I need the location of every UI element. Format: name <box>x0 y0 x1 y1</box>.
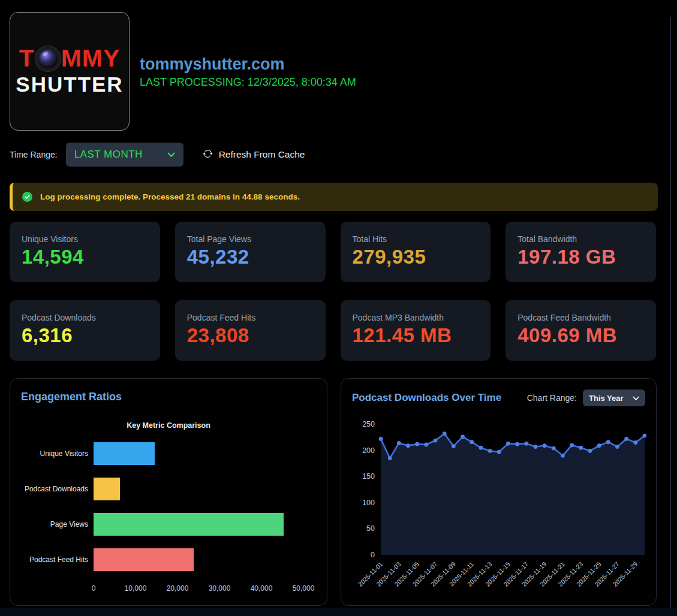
x-axis-tick-label: 20,000 <box>167 584 189 593</box>
stat-value: 121.45 MB <box>353 324 479 348</box>
bar-chart-x-axis: 010,00020,00030,00040,00050,000 <box>94 584 303 595</box>
stat-card-podcast-downloads: Podcast Downloads 6,316 <box>10 300 160 361</box>
data-point <box>570 443 574 447</box>
stat-label: Podcast Feed Hits <box>187 313 314 322</box>
data-point <box>588 449 592 453</box>
data-point <box>552 446 556 451</box>
bar-category-label: Unique Visitors <box>21 449 94 458</box>
time-range-label: Time Range: <box>10 150 58 159</box>
data-point <box>434 439 438 443</box>
data-point <box>470 440 474 444</box>
logo-word-tommy: TMMY <box>19 46 121 71</box>
data-point <box>388 456 392 460</box>
line-chart: 0501001502002502025-11-012025-11-032025-… <box>352 412 645 596</box>
data-point <box>397 441 401 445</box>
data-point <box>524 442 528 446</box>
stat-label: Total Hits <box>353 234 479 244</box>
controls-row: Time Range: LAST MONTH Refresh From Cach… <box>0 131 677 167</box>
stat-value: 6,316 <box>22 324 148 348</box>
stat-label: Unique Visitors <box>22 234 148 244</box>
y-axis-tick-label: 0 <box>371 551 375 559</box>
data-point <box>543 443 547 448</box>
stat-label: Total Page Views <box>187 234 314 244</box>
stat-card-podcast-mp3-bandwidth: Podcast MP3 Bandwidth 121.45 MB <box>341 300 491 361</box>
data-point <box>479 446 483 450</box>
bar-track <box>94 548 303 571</box>
stat-card-podcast-feed-bandwidth: Podcast Feed Bandwidth 409.69 MB <box>506 300 656 361</box>
bar-row: Unique Visitors <box>21 442 316 465</box>
data-point <box>606 440 610 444</box>
bar-category-label: Podcast Feed Hits <box>21 555 94 564</box>
bar-chart: Unique VisitorsPodcast DownloadsPage Vie… <box>21 442 316 571</box>
refresh-from-cache-button[interactable]: Refresh From Cache <box>203 149 305 161</box>
data-point <box>515 442 519 446</box>
podcast-downloads-panel: Podcast Downloads Over Time Chart Range:… <box>341 378 657 606</box>
engagement-ratios-panel: Engagement Ratios Key Metric Comparison … <box>10 378 327 606</box>
downloads-panel-title: Podcast Downloads Over Time <box>352 392 501 404</box>
stat-value: 45,232 <box>187 245 314 269</box>
stat-label: Total Bandwidth <box>517 234 644 244</box>
y-axis-tick-label: 100 <box>362 499 375 507</box>
check-circle-icon <box>22 192 32 202</box>
chart-range-label: Chart Range: <box>527 393 577 403</box>
data-point <box>461 435 465 439</box>
stat-card-total-hits: Total Hits 279,935 <box>341 222 491 282</box>
stat-value: 197.18 GB <box>517 245 644 269</box>
y-axis-tick-label: 250 <box>362 420 375 428</box>
bar <box>94 513 284 536</box>
bar-chart-title: Key Metric Comparison <box>21 421 316 430</box>
camera-lens-icon <box>35 46 61 71</box>
stat-card-total-page-views: Total Page Views 45,232 <box>175 222 326 282</box>
bar-category-label: Podcast Downloads <box>21 485 94 493</box>
data-point <box>579 446 583 450</box>
chart-range-select[interactable]: This Year <box>583 389 645 406</box>
y-axis-tick-label: 150 <box>362 472 375 481</box>
data-point <box>506 442 510 446</box>
site-title: tommyshutter.com <box>140 55 356 74</box>
logo-text: MMY <box>61 46 121 71</box>
data-point <box>415 442 419 446</box>
data-point <box>615 445 619 449</box>
time-range-select[interactable]: LAST MONTH <box>66 143 183 167</box>
chevron-down-icon <box>167 149 175 160</box>
bar-track <box>94 513 303 536</box>
bar-category-label: Page Views <box>21 520 94 529</box>
x-axis-tick-label: 0 <box>92 584 96 593</box>
success-alert: Log processing complete. Processed 21 do… <box>10 183 658 211</box>
x-axis-tick-label: 40,000 <box>251 584 273 593</box>
header: TMMY SHUTTER tommyshutter.com LAST PROCE… <box>0 0 677 131</box>
data-point <box>452 444 456 448</box>
logo-word-shutter: SHUTTER <box>16 73 123 96</box>
data-point <box>443 431 447 436</box>
stat-card-unique-visitors: Unique Visitors 14,594 <box>10 222 160 282</box>
bar-row: Podcast Downloads <box>21 478 316 500</box>
engagement-panel-title: Engagement Ratios <box>21 391 316 403</box>
chart-panels: Engagement Ratios Key Metric Comparison … <box>10 378 657 606</box>
data-point <box>379 437 383 441</box>
stat-label: Podcast Downloads <box>22 313 148 322</box>
chevron-down-icon <box>633 392 639 403</box>
bar <box>94 548 194 571</box>
stat-value: 14,594 <box>22 245 148 269</box>
chart-range-selected-value: This Year <box>589 394 624 403</box>
x-axis-tick-label: 30,000 <box>209 584 231 593</box>
y-axis-tick-label: 200 <box>362 446 375 455</box>
last-processing-timestamp: LAST PROCESSING: 12/3/2025, 8:00:34 AM <box>140 76 356 89</box>
bar-track <box>94 478 303 500</box>
time-range-selected-value: LAST MONTH <box>74 149 143 161</box>
area-fill <box>381 434 645 555</box>
stats-grid: Unique Visitors 14,594 Total Page Views … <box>10 222 656 361</box>
stat-card-total-bandwidth: Total Bandwidth 197.18 GB <box>506 222 656 282</box>
downloads-over-time-svg: 0501001502002502025-11-012025-11-032025-… <box>352 412 646 593</box>
stat-label: Podcast MP3 Bandwidth <box>353 313 479 322</box>
bar-row: Page Views <box>21 513 316 536</box>
stat-value: 279,935 <box>353 245 479 269</box>
alert-message: Log processing complete. Processed 21 do… <box>40 192 300 201</box>
data-point <box>597 443 601 448</box>
dashboard-page: TMMY SHUTTER tommyshutter.com LAST PROCE… <box>0 0 677 616</box>
title-block: tommyshutter.com LAST PROCESSING: 12/3/2… <box>140 55 356 89</box>
data-point <box>406 443 410 448</box>
scrollbar[interactable] <box>670 17 671 608</box>
data-point <box>497 450 501 454</box>
bar <box>94 478 120 500</box>
